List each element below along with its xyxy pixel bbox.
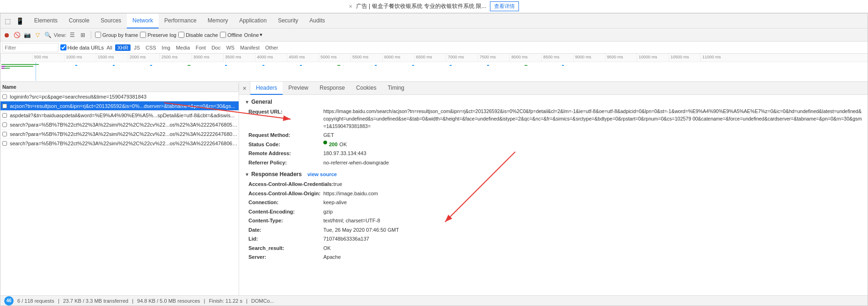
tab-performance[interactable]: Performance: [159, 14, 202, 28]
hide-data-urls-checkbox[interactable]: Hide data URLs: [60, 44, 104, 50]
search-result-value: OK: [323, 244, 331, 252]
group-by-frame-checkbox[interactable]: Group by frame: [95, 32, 138, 38]
disable-cache-checkbox[interactable]: Disable cache: [178, 32, 218, 38]
filter-css-btn[interactable]: CSS: [143, 44, 159, 51]
row-checkbox[interactable]: [0, 113, 9, 118]
svg-rect-1: [1, 66, 5, 67]
filter-media-btn[interactable]: Media: [174, 44, 192, 51]
svg-rect-19: [36, 62, 36, 81]
timeline: 500 ms 1000 ms 1500 ms 2000 ms 2500 ms 3…: [0, 54, 868, 82]
filter-manifest-btn[interactable]: Manifest: [238, 44, 262, 51]
device-icon[interactable]: 📱: [15, 16, 25, 26]
view-label: View:: [54, 32, 66, 38]
search-btn[interactable]: 🔍: [44, 31, 52, 39]
referrer-policy-value: no-referrer-when-downgrade: [323, 159, 389, 167]
view-grid-icon[interactable]: ⊞: [79, 31, 87, 39]
request-list-body: logininfo?src=pc&page=searchresult&time=…: [0, 92, 239, 295]
ad-close-btn[interactable]: ×: [349, 3, 352, 10]
svg-rect-17: [525, 65, 527, 66]
tab-audits[interactable]: Audits: [304, 14, 330, 28]
status-avatar: 46: [4, 296, 14, 306]
filter-xhr-btn[interactable]: XHR: [115, 44, 131, 51]
network-toolbar: ⏺ 🚫 📷 ▽ 🔍 View: ☰ ⊞ Group by frame Prese…: [0, 28, 868, 42]
tick-0: [0, 54, 32, 62]
tab-console[interactable]: Console: [63, 14, 95, 28]
tab-network[interactable]: Network: [127, 14, 159, 28]
request-row[interactable]: search?para=%5B%7B%22ct%22%3A%22simi%22%…: [0, 139, 239, 148]
connection-value: keep-alive: [323, 199, 347, 206]
request-name: search?para=%5B%7B%22ct%22%3A%22simi%22%…: [9, 122, 239, 128]
filter-font-btn[interactable]: Font: [193, 44, 208, 51]
access-control-credentials-row: Access-Control-Allow-Credentials: true: [248, 180, 862, 188]
preserve-log-checkbox[interactable]: Preserve log: [140, 32, 176, 38]
view-source-link[interactable]: view source: [307, 171, 337, 177]
filter-other-btn[interactable]: Other: [263, 44, 281, 51]
detail-close-btn[interactable]: ×: [239, 82, 250, 95]
aca-origin-label: Access-Control-Allow-Origin:: [248, 190, 323, 198]
row-checkbox[interactable]: [0, 104, 9, 108]
aca-credentials-value: true: [334, 180, 343, 188]
request-url-value: https://image.baidu.com/search/acjson?tn…: [323, 108, 862, 130]
tab-memory[interactable]: Memory: [202, 14, 233, 28]
inspect-icon[interactable]: ⬚: [2, 16, 13, 26]
svg-rect-10: [263, 65, 264, 66]
filter-ws-btn[interactable]: WS: [224, 44, 237, 51]
detail-tabs: × Headers Preview Response Cookies Timin…: [239, 82, 868, 95]
clear-btn[interactable]: 🚫: [13, 31, 21, 39]
name-column-header: Name: [0, 84, 239, 90]
request-row[interactable]: search?para=%5B%7B%22ct%22%3A%22simi%22%…: [0, 129, 239, 139]
request-name: acjson?tn=resultjson_com&ipn=rj&ct=20132…: [9, 103, 239, 109]
tick-7000: 7000 ms: [446, 54, 478, 62]
filter-img-btn[interactable]: Img: [160, 44, 173, 51]
detail-tab-headers[interactable]: Headers: [250, 82, 283, 95]
request-row[interactable]: search?para=%5B%7B%22ct%22%3A%22simi%22%…: [0, 120, 239, 129]
remote-address-label: Remote Address:: [248, 149, 323, 157]
filter-doc-btn[interactable]: Doc: [209, 44, 223, 51]
aca-origin-value: https://image.baidu.com: [323, 190, 378, 198]
tab-application[interactable]: Application: [233, 14, 272, 28]
request-row[interactable]: acjson?tn=resultjson_com&ipn=rj&ct=20132…: [0, 101, 239, 111]
server-label: Server:: [248, 253, 323, 261]
detail-tab-timing[interactable]: Timing: [382, 82, 410, 95]
status-code-row: Status Code: 200 OK: [248, 141, 862, 149]
tick-1500: 1500 ms: [96, 54, 128, 62]
row-checkbox[interactable]: [0, 132, 9, 136]
content-encoding-row: Content-Encoding: gzip: [248, 208, 862, 216]
detail-tab-response[interactable]: Response: [314, 82, 350, 95]
tab-sources[interactable]: Sources: [95, 14, 127, 28]
camera-btn[interactable]: 📷: [23, 31, 31, 39]
svg-rect-12: [337, 65, 340, 66]
request-method-value: GET: [323, 131, 334, 139]
view-list-icon[interactable]: ☰: [68, 31, 77, 39]
tick-7500: 7500 ms: [478, 54, 510, 62]
filter-icon[interactable]: ▽: [33, 31, 42, 39]
request-row[interactable]: aspdetail?&tn=baiduaspdetail&word=%E9%A4…: [0, 111, 239, 120]
filter-input[interactable]: [2, 43, 58, 52]
tab-security[interactable]: Security: [272, 14, 304, 28]
status-bar: 46 6 / 118 requests | 23.7 KB / 3.3 MB t…: [0, 295, 868, 306]
ad-detail-btn[interactable]: 查看详情: [490, 1, 519, 11]
filter-js-btn[interactable]: JS: [131, 44, 142, 51]
ad-bar: × 广告 | 银盒子餐饮收银系统 专业的收银软件系统 限... 查看详情: [0, 0, 868, 13]
lid-value: 710748b63336a137: [323, 235, 369, 243]
detail-tab-cookies[interactable]: Cookies: [350, 82, 382, 95]
status-indicator: [323, 141, 327, 144]
svg-rect-13: [375, 65, 377, 66]
response-headers-triangle[interactable]: ▼: [245, 172, 249, 177]
content-encoding-label: Content-Encoding:: [248, 208, 323, 216]
row-checkbox[interactable]: [0, 122, 9, 127]
request-row[interactable]: logininfo?src=pc&page=searchresult&time=…: [0, 92, 239, 101]
online-select[interactable]: Online ▾: [244, 32, 263, 38]
detail-tab-preview[interactable]: Preview: [283, 82, 314, 95]
ad-text: 广告 | 银盒子餐饮收银系统 专业的收银软件系统 限...: [356, 2, 486, 10]
row-checkbox[interactable]: [0, 141, 9, 146]
offline-checkbox[interactable]: Offline: [220, 32, 242, 38]
aca-credentials-label: Access-Control-Allow-Credentials:: [248, 180, 334, 188]
row-checkbox[interactable]: [0, 94, 9, 99]
record-btn[interactable]: ⏺: [2, 31, 11, 39]
general-triangle[interactable]: ▼: [245, 100, 249, 105]
status-domco: DOMCo...: [251, 298, 274, 304]
tab-elements[interactable]: Elements: [29, 14, 63, 28]
status-transferred: 23.7 KB / 3.3 MB transferred: [63, 298, 128, 304]
svg-rect-11: [300, 65, 302, 66]
